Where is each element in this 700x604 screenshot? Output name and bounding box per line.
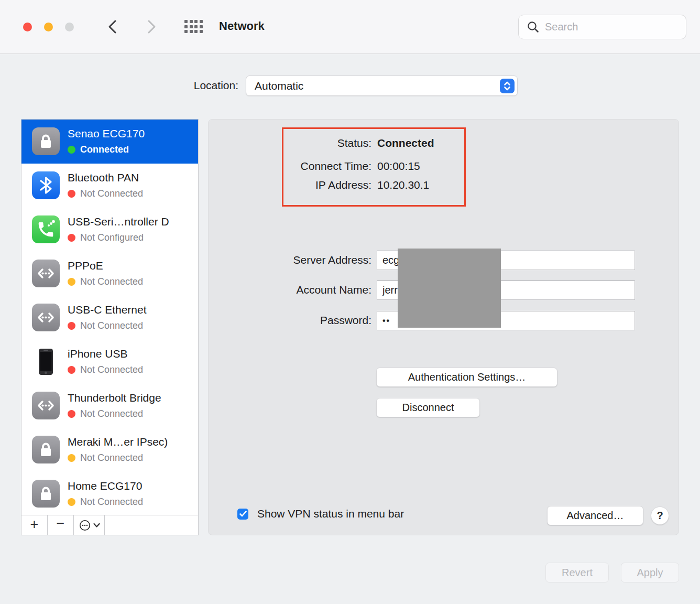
- vpn-lock-icon: [32, 127, 60, 155]
- help-button[interactable]: ?: [651, 506, 669, 525]
- location-dropdown[interactable]: Automatic: [246, 76, 518, 96]
- connect-time-row: Connect Time: 00:00:15: [209, 160, 420, 172]
- list-item-home-ecg170[interactable]: Home ECG170 Not Connected: [21, 472, 198, 516]
- remove-service-button[interactable]: −: [48, 515, 74, 535]
- service-status: Not Connected: [80, 320, 143, 331]
- vpn-lock-icon: [32, 436, 60, 463]
- service-status: Not Connected: [80, 364, 143, 375]
- list-item-usb-c-ethernet[interactable]: USB-C Ethernet Not Connected: [21, 296, 198, 340]
- status-row: Status: Connected: [209, 137, 434, 149]
- advanced-button[interactable]: Advanced…: [547, 506, 643, 525]
- status-dot-yellow: [68, 278, 75, 286]
- search-field[interactable]: [518, 15, 686, 39]
- status-dot-red: [68, 234, 75, 242]
- chevron-left-icon: [106, 19, 119, 35]
- service-name: USB-Seri…ntroller D: [68, 215, 169, 228]
- bluetooth-icon: [32, 171, 60, 199]
- ethernet-icon: [32, 260, 60, 287]
- list-toolbar: + −: [21, 515, 198, 535]
- dropdown-stepper-icon: [500, 79, 515, 93]
- page-title: Network: [219, 19, 265, 33]
- connect-time-label: Connect Time:: [209, 160, 371, 172]
- list-item-bluetooth-pan[interactable]: Bluetooth PAN Not Connected: [21, 164, 198, 208]
- add-service-button[interactable]: +: [21, 515, 48, 535]
- forward-button[interactable]: [143, 18, 160, 36]
- list-item-iphone-usb[interactable]: iPhone USB Not Connected: [21, 340, 198, 384]
- redaction-overlay: [398, 249, 501, 328]
- service-name: Meraki M…er IPsec): [68, 436, 168, 448]
- status-value: Connected: [377, 137, 434, 149]
- search-input[interactable]: [545, 21, 665, 33]
- service-name: Senao ECG170: [68, 127, 145, 140]
- connect-time-value: 00:00:15: [377, 160, 420, 172]
- service-status: Not Connected: [80, 497, 143, 508]
- service-name: PPPoE: [68, 260, 103, 272]
- service-status: Connected: [80, 144, 129, 155]
- close-button[interactable]: [23, 23, 32, 31]
- service-status: Not Connected: [80, 452, 143, 463]
- disconnect-button[interactable]: Disconnect: [376, 398, 480, 417]
- more-options-button[interactable]: [74, 515, 105, 535]
- ellipsis-circle-icon: [79, 519, 91, 532]
- status-dot-yellow: [68, 454, 75, 462]
- list-item-meraki-ipsec[interactable]: Meraki M…er IPsec) Not Connected: [21, 428, 198, 472]
- toolbar-spacer: [105, 515, 198, 535]
- phone-modem-icon: [32, 215, 60, 243]
- minimize-button[interactable]: [44, 23, 53, 31]
- service-name: iPhone USB: [68, 348, 127, 360]
- apply-button[interactable]: Apply: [621, 563, 679, 583]
- service-name: USB-C Ethernet: [68, 304, 147, 316]
- list-item-senao-ecg170[interactable]: Senao ECG170 Connected: [21, 120, 198, 164]
- status-dot-green: [68, 146, 75, 154]
- service-name: Home ECG170: [68, 480, 142, 492]
- service-status: Not Connected: [80, 276, 143, 287]
- back-button[interactable]: [104, 18, 122, 36]
- status-label: Status:: [209, 137, 371, 149]
- vpn-lock-icon: [32, 480, 60, 508]
- status-dot-red: [68, 410, 75, 418]
- status-dot-red: [68, 322, 75, 330]
- status-dot-red: [68, 190, 75, 198]
- service-status: Not Connected: [80, 408, 143, 419]
- search-icon: [527, 20, 540, 34]
- chevron-right-icon: [145, 19, 158, 35]
- service-status: Not Configured: [80, 232, 144, 243]
- account-name-label: Account Name:: [209, 284, 371, 296]
- service-name: Bluetooth PAN: [68, 171, 139, 184]
- network-services-list: Senao ECG170 Connected Bluetooth PAN Not…: [21, 119, 199, 535]
- show-vpn-status-row: Show VPN status in menu bar: [237, 508, 404, 520]
- connection-detail-panel: Status: Connected Connect Time: 00:00:15…: [208, 119, 679, 535]
- chevron-down-icon: [93, 523, 100, 528]
- show-all-grid-icon[interactable]: [184, 20, 203, 33]
- window-titlebar: Network: [0, 0, 700, 54]
- location-label: Location:: [126, 79, 238, 92]
- server-address-label: Server Address:: [209, 254, 371, 266]
- list-item-usb-serial-controller[interactable]: USB-Seri…ntroller D Not Configured: [21, 208, 198, 252]
- checkbox-checked[interactable]: [237, 509, 248, 520]
- status-dot-yellow: [68, 498, 75, 506]
- ip-address-label: IP Address:: [209, 179, 371, 191]
- ethernet-icon: [32, 392, 60, 419]
- revert-button[interactable]: Revert: [545, 563, 609, 583]
- ethernet-icon: [32, 304, 60, 331]
- checkbox-label: Show VPN status in menu bar: [257, 508, 404, 520]
- ip-address-value: 10.20.30.1: [377, 179, 429, 191]
- authentication-settings-button[interactable]: Authentication Settings…: [376, 368, 557, 387]
- status-dot-red: [68, 366, 75, 374]
- list-item-pppoe[interactable]: PPPoE Not Connected: [21, 252, 198, 296]
- zoom-button[interactable]: [65, 23, 74, 31]
- location-value: Automatic: [255, 80, 303, 92]
- checkmark-icon: [239, 511, 247, 517]
- service-status: Not Connected: [80, 188, 143, 199]
- ip-address-row: IP Address: 10.20.30.1: [209, 179, 429, 191]
- service-name: Thunderbolt Bridge: [68, 392, 161, 404]
- iphone-icon: [32, 348, 60, 375]
- password-label: Password:: [209, 314, 371, 327]
- list-item-thunderbolt-bridge[interactable]: Thunderbolt Bridge Not Connected: [21, 384, 198, 428]
